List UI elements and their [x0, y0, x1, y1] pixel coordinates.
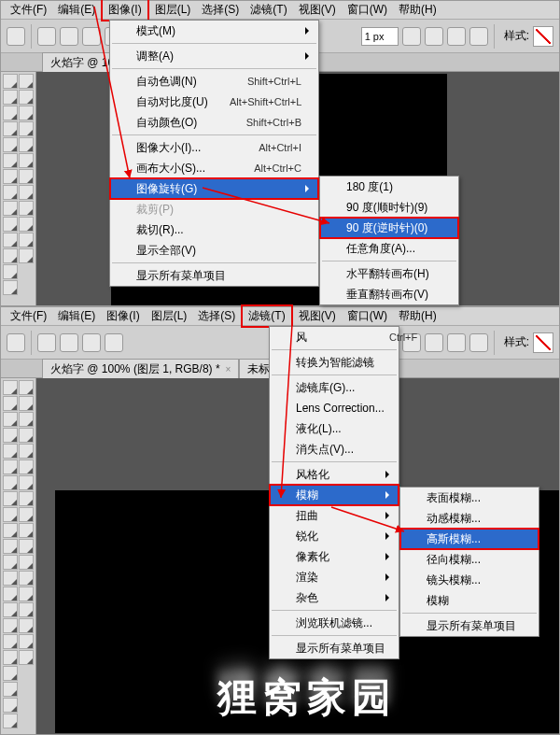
opt-icon-3[interactable] [82, 27, 101, 46]
tool-icon[interactable] [3, 201, 18, 216]
menu-v[interactable]: 视图(V) [293, 306, 342, 326]
tool-icon[interactable] [3, 185, 18, 200]
menu-l[interactable]: 图层(L) [149, 0, 197, 20]
menu-item[interactable]: 滤镜库(G)... [270, 377, 399, 398]
tool-icon[interactable] [19, 412, 34, 427]
tool-icon[interactable] [19, 475, 34, 490]
menu-item[interactable]: 显示所有菜单项目 [110, 265, 318, 286]
align-icon-3[interactable] [447, 27, 466, 46]
tool-icon[interactable] [19, 618, 34, 633]
menu-item[interactable]: 画布大小(S)...Alt+Ctrl+C [110, 158, 318, 178]
opt-icon-4[interactable] [105, 333, 123, 352]
menu-item[interactable]: 图像大小(I)...Alt+Ctrl+I [110, 137, 318, 158]
menu-item[interactable]: 扭曲 [270, 505, 399, 526]
tool-icon[interactable] [19, 523, 34, 538]
menu-s[interactable]: 选择(S) [196, 0, 245, 20]
tool-icon[interactable] [3, 217, 18, 232]
menu-item[interactable]: 调整(A) [110, 46, 318, 66]
menu-t[interactable]: 滤镜(T) [245, 0, 292, 20]
menu-item[interactable]: 垂直翻转画布(V) [320, 284, 458, 304]
tool-icon[interactable] [3, 459, 18, 474]
tool-icon[interactable] [3, 137, 18, 152]
tool-icon[interactable] [3, 428, 18, 443]
close-icon[interactable]: × [226, 364, 231, 375]
tool-icon[interactable] [19, 169, 34, 184]
tool-icon[interactable] [19, 90, 34, 105]
align-icon-1[interactable] [402, 27, 421, 46]
tool-icon[interactable] [3, 412, 18, 427]
menu-item[interactable]: 图像旋转(G) [110, 178, 318, 199]
tool-icon[interactable] [3, 153, 18, 168]
menu-item[interactable]: 任意角度(A)... [320, 238, 458, 259]
tool-icon[interactable] [19, 602, 34, 617]
tool-icon[interactable] [19, 459, 34, 474]
tool-icon[interactable] [3, 491, 18, 506]
document-tab[interactable]: 火焰字 @ 100% (图层 1, RGB/8) *× [42, 359, 239, 379]
tool-icon[interactable] [3, 396, 18, 411]
tool-icon[interactable] [3, 169, 18, 184]
menu-h[interactable]: 帮助(H) [393, 306, 442, 326]
menu-item[interactable]: 渲染 [270, 567, 399, 587]
menu-item[interactable]: 90 度(顺时针)(9) [320, 197, 458, 218]
tool-icon[interactable] [3, 248, 18, 263]
tool-icon[interactable] [3, 698, 18, 713]
tool-icon[interactable] [3, 106, 18, 120]
tool-icon[interactable] [3, 618, 18, 633]
menu-i[interactable]: 图像(I) [101, 0, 148, 21]
menu-item[interactable]: 杂色 [270, 587, 399, 608]
tool-icon[interactable] [3, 90, 18, 105]
tool-icon[interactable] [3, 380, 18, 395]
menu-f[interactable]: 文件(F) [5, 0, 52, 20]
menu-w[interactable]: 窗口(W) [342, 306, 393, 326]
tool-icon[interactable] [3, 507, 18, 522]
opt-icon-2[interactable] [60, 333, 78, 352]
menu-item[interactable]: 液化(L)... [270, 418, 399, 439]
tool-icon[interactable] [19, 74, 34, 89]
tool-icon[interactable] [19, 507, 34, 522]
menu-item[interactable]: 风格化 [270, 464, 399, 485]
menu-item[interactable]: 消失点(V)... [270, 439, 399, 459]
tool-preset-icon[interactable] [7, 27, 25, 46]
menu-item[interactable]: 高斯模糊... [400, 529, 539, 549]
menu-item[interactable]: 水平翻转画布(H) [320, 263, 458, 284]
tool-icon[interactable] [19, 634, 34, 649]
tool-icon[interactable] [19, 248, 34, 263]
menu-item[interactable]: 显示所有菜单项目 [400, 615, 539, 636]
menu-item[interactable]: 自动对比度(U)Alt+Shift+Ctrl+L [110, 92, 318, 112]
align-icon-3[interactable] [447, 333, 466, 352]
tool-icon[interactable] [3, 121, 18, 136]
tool-icon[interactable] [19, 428, 34, 443]
tool-icon[interactable] [19, 217, 34, 232]
tool-icon[interactable] [3, 539, 18, 554]
menu-item[interactable]: 径向模糊... [400, 549, 539, 570]
menu-item[interactable]: 浏览联机滤镜... [270, 613, 399, 633]
tool-icon[interactable] [19, 185, 34, 200]
menu-item[interactable]: 90 度(逆时针)(0) [320, 218, 458, 238]
tool-icon[interactable] [3, 666, 18, 681]
px-input[interactable]: 1 px [361, 27, 399, 46]
opt-icon-1[interactable] [37, 333, 56, 352]
tool-icon[interactable] [3, 475, 18, 490]
menu-item[interactable]: 自动色调(N)Shift+Ctrl+L [110, 71, 318, 92]
tool-icon[interactable] [3, 602, 18, 617]
menu-f[interactable]: 文件(F) [5, 306, 52, 326]
menu-item[interactable]: 锐化 [270, 526, 399, 546]
style-none-icon[interactable] [533, 332, 553, 353]
align-icon-4[interactable] [469, 27, 488, 46]
menu-h[interactable]: 帮助(H) [393, 0, 442, 20]
tool-icon[interactable] [3, 555, 18, 570]
menu-item[interactable]: 裁切(R)... [110, 219, 318, 240]
menu-w[interactable]: 窗口(W) [342, 0, 393, 20]
opt-icon-1[interactable] [37, 27, 56, 46]
menu-e[interactable]: 编辑(E) [52, 306, 101, 326]
tool-icon[interactable] [19, 555, 34, 570]
tool-icon[interactable] [3, 444, 18, 459]
tool-icon[interactable] [19, 491, 34, 506]
tool-icon[interactable] [19, 201, 34, 216]
tool-icon[interactable] [19, 396, 34, 411]
tool-icon[interactable] [19, 539, 34, 554]
menu-item[interactable]: 显示所有菜单项目 [270, 638, 399, 658]
tool-icon[interactable] [3, 264, 18, 279]
align-icon-2[interactable] [425, 333, 443, 352]
tool-icon[interactable] [19, 650, 34, 665]
